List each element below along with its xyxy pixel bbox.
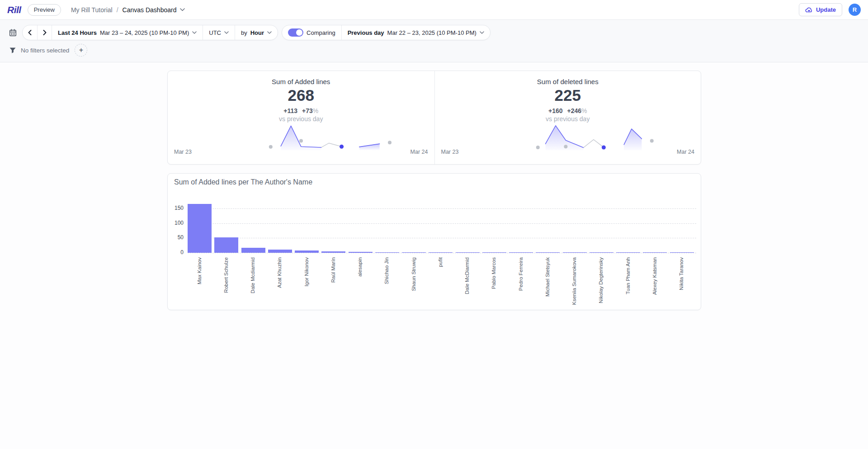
kpi-delta: +160+246%	[435, 107, 701, 114]
timezone-label: UTC	[209, 29, 221, 36]
kpi-delta-pct: +73	[302, 107, 313, 114]
kpi-delta-pct: +246	[567, 107, 582, 114]
time-range-label: Last 24 Hours	[58, 29, 97, 36]
previous-range-button[interactable]	[23, 25, 37, 40]
sparkline-start-date: Mar 23	[174, 149, 192, 155]
calendar-button[interactable]	[7, 29, 19, 37]
timezone-selector[interactable]: UTC	[203, 25, 235, 40]
sparkline-end-date: Mar 24	[677, 149, 694, 155]
chevron-down-icon	[192, 31, 197, 34]
sparkline-previous-dot	[299, 139, 303, 142]
x-axis-label-18: Nikita Taranov	[678, 257, 685, 290]
calendar-icon	[9, 29, 17, 37]
bar-chart-title: Sum of Added lines per The Author's Name	[174, 178, 312, 186]
grain-label: Hour	[250, 29, 264, 36]
kpi-sparkline-deleted	[442, 122, 695, 151]
bar-18[interactable]	[670, 252, 694, 253]
comparing-label: Comparing	[307, 29, 335, 36]
cloud-upload-icon	[805, 7, 813, 13]
sparkline-start-date: Mar 23	[441, 149, 459, 155]
bar-1[interactable]	[214, 237, 238, 253]
bar-9[interactable]	[429, 252, 453, 253]
sparkline-area	[359, 144, 380, 150]
y-axis-tick-label: 0	[168, 249, 184, 255]
bar-13[interactable]	[536, 252, 560, 253]
bar-0[interactable]	[188, 204, 212, 253]
kpi-pct-sign: %	[313, 107, 318, 114]
update-button[interactable]: Update	[799, 3, 842, 16]
sparkline-end-date: Mar 24	[410, 149, 428, 155]
y-axis-tick-label: 50	[168, 234, 184, 241]
bar-17[interactable]	[643, 252, 667, 253]
time-grain-selector[interactable]: by Hour	[235, 25, 278, 40]
x-axis-label-14: Kseniia Sumarokova	[571, 257, 578, 305]
sparkline-previous-line	[583, 140, 604, 148]
breadcrumb-project[interactable]: My Rill Tutorial	[71, 6, 113, 14]
bar-2[interactable]	[241, 248, 265, 253]
sparkline-previous-dot	[388, 141, 392, 144]
bar-4[interactable]	[295, 250, 319, 253]
x-axis-label-16: Tuan Pham Anh	[625, 257, 632, 294]
x-axis-label-17: Alexey Katsman	[651, 257, 658, 295]
bar-5[interactable]	[321, 251, 345, 253]
sparkline-previous-dot	[536, 146, 539, 149]
filter-row: No filters selected +	[7, 43, 87, 58]
bar-12[interactable]	[509, 252, 533, 253]
sparkline-previous-dot	[269, 145, 273, 149]
bar-10[interactable]	[456, 252, 480, 253]
app: Rill Preview My Rill Tutorial / Canvas D…	[0, 0, 868, 449]
gridline	[188, 223, 696, 224]
grain-prefix: by	[241, 29, 247, 36]
x-axis-label-3: Azat Khuzhin	[276, 257, 283, 288]
x-axis-label-2: Dale Mcdiarmid	[250, 257, 256, 293]
chevron-down-icon	[224, 31, 229, 34]
bar-chart-panel: Sum of Added lines per The Author's Name…	[167, 173, 701, 310]
gridline	[188, 253, 696, 253]
preview-badge: Preview	[28, 4, 61, 16]
gridline	[188, 208, 696, 209]
plus-icon: +	[79, 47, 83, 54]
bar-11[interactable]	[482, 252, 506, 253]
x-axis-label-15: Nikolay Degterinsky	[598, 257, 604, 303]
x-axis-label-4: Igor Nikonov	[303, 257, 310, 287]
bar-3[interactable]	[268, 250, 292, 253]
bar-15[interactable]	[590, 252, 613, 253]
time-range-selector[interactable]: Last 24 Hours Mar 23 – 24, 2025 (10 PM-1…	[52, 25, 203, 40]
top-navigation-bar: Rill Preview My Rill Tutorial / Canvas D…	[0, 0, 868, 20]
comparison-pill: Comparing Previous day Mar 22 – 23, 2025…	[282, 25, 491, 40]
kpi-deleted-lines[interactable]: Sum of deleted lines 225 +160+246% vs pr…	[434, 71, 701, 164]
comparison-label: Previous day	[348, 29, 384, 36]
kpi-title: Sum of deleted lines	[435, 71, 701, 85]
x-axis-label-5: Raúl Marín	[330, 257, 337, 283]
bar-16[interactable]	[616, 252, 640, 253]
kpi-sparkline-added	[175, 122, 428, 151]
kpi-value: 225	[435, 86, 701, 104]
comparing-toggle[interactable]: Comparing	[282, 25, 341, 40]
comparison-range-selector[interactable]: Previous day Mar 22 – 23, 2025 (10 PM-10…	[341, 25, 490, 40]
bar-14[interactable]	[563, 252, 587, 253]
next-range-button[interactable]	[37, 25, 52, 40]
x-axis-label-13: Michael Stetsyuk	[544, 257, 551, 297]
y-axis-tick-label: 150	[168, 205, 184, 211]
rill-logo[interactable]: Rill	[7, 5, 21, 15]
add-filter-button[interactable]: +	[75, 44, 87, 57]
x-axis-label-8: Shaun Struwig	[410, 257, 417, 291]
bar-7[interactable]	[375, 252, 399, 253]
sparkline-current-dot	[601, 145, 605, 149]
x-axis-label-6: alesapin	[357, 257, 363, 277]
avatar[interactable]: R	[849, 4, 861, 16]
breadcrumb-page[interactable]: Canvas Dashboard	[123, 6, 177, 14]
chevron-down-icon[interactable]	[180, 8, 185, 11]
bar-6[interactable]	[349, 252, 373, 253]
breadcrumb-separator: /	[117, 6, 118, 14]
x-axis-label-10: Dale McDiarmid	[464, 257, 471, 294]
kpi-value: 268	[168, 86, 434, 104]
kpi-delta-abs: +160	[548, 107, 563, 114]
controls-strip: Last 24 Hours Mar 23 – 24, 2025 (10 PM-1…	[0, 20, 868, 62]
x-axis-label-9: pufit	[437, 257, 444, 267]
x-axis-label-12: Pedro Ferreira	[518, 257, 524, 291]
x-axis-label-1: Robert Schulze	[223, 257, 230, 293]
kpi-added-lines[interactable]: Sum of Added lines 268 +113+73% vs previ…	[168, 71, 434, 164]
bar-8[interactable]	[402, 252, 426, 253]
kpi-delta: +113+73%	[168, 107, 434, 114]
